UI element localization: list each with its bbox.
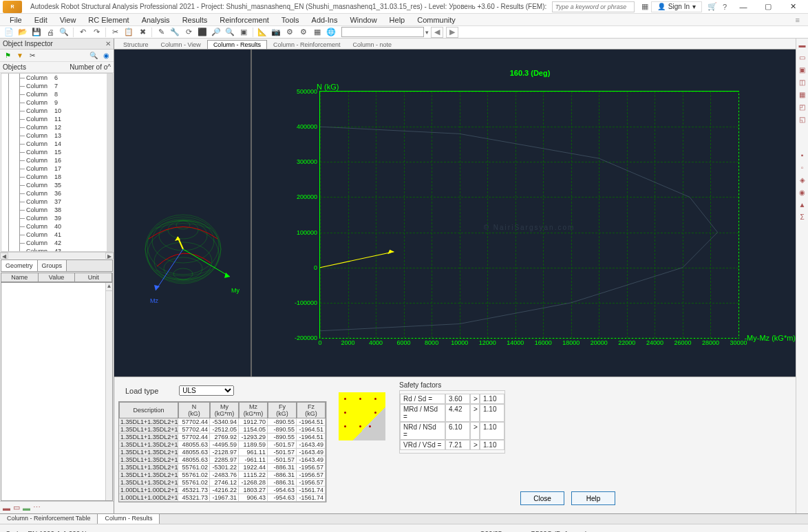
menu-file[interactable]: File (4, 15, 28, 25)
zoom-in-icon[interactable]: 🔎 (210, 27, 222, 38)
tab-structure[interactable]: Structure (117, 40, 155, 49)
interaction-chart[interactable]: 160.3 (Deg) N (kG) -My-Mz (kG*m) © Nairi… (252, 50, 808, 376)
object-tree[interactable]: Column 6Column 7Column 8Column 9Column 1… (1, 73, 113, 252)
menu-help[interactable]: Help (384, 15, 411, 25)
quick-search-input[interactable] (552, 1, 635, 12)
flag-icon[interactable]: ⚑ (3, 51, 12, 61)
rt-icon-9[interactable]: ▫ (798, 164, 807, 173)
redo-icon[interactable]: ↷ (90, 27, 103, 38)
tree-item-column[interactable]: Column 43 (1, 247, 112, 252)
nav-next-icon[interactable]: ▶ (446, 27, 458, 38)
rt-icon-11[interactable]: ◉ (798, 189, 807, 198)
table-row[interactable]: 1.35DL1+1.35DL2+1.35D55761.02-2483.76111… (119, 471, 326, 479)
rt-icon-2[interactable]: ▭ (798, 54, 807, 63)
zoom-fit-icon[interactable]: ▣ (237, 27, 250, 38)
tree-item-column[interactable]: Column 9 (1, 98, 112, 107)
tree-item-column[interactable]: Column 41 (1, 231, 112, 239)
section-outline-icon[interactable]: ▭ (13, 503, 20, 512)
section-red-icon[interactable]: ▬ (3, 504, 10, 512)
table-row[interactable]: 1.35DL1+1.35DL2+1.35D48055.632285.97-961… (119, 456, 326, 464)
scroll-left-icon[interactable]: ◀ (0, 253, 8, 259)
tree-item-column[interactable]: Column 42 (1, 239, 112, 247)
open-icon[interactable]: 📂 (17, 27, 29, 38)
filter-icon[interactable]: ▼ (15, 51, 25, 61)
table-row[interactable]: 1.35DL1+1.35DL2+1.35D48055.63-2128.97961… (119, 449, 326, 456)
menu-window[interactable]: Window (344, 15, 382, 25)
tab-groups[interactable]: Groups (38, 260, 67, 271)
table-row[interactable]: 1.35DL1+1.35DL2+1.35D55761.02-5301.22192… (119, 464, 326, 471)
nav-prev-icon[interactable]: ◀ (431, 27, 443, 38)
table-row[interactable]: 1.35DL1+1.35DL2+1.35D57702.44-5340.94191… (119, 418, 326, 426)
tree-item-column[interactable]: Column 36 (1, 189, 112, 198)
table-row[interactable]: 1.35DL1+1.35DL2+1.35D57702.442769.92-129… (119, 434, 326, 441)
menu-reinforcement[interactable]: Reinforcement (214, 15, 275, 25)
measure-icon[interactable]: 📐 (256, 27, 268, 38)
load-type-select[interactable]: ULS (179, 385, 234, 396)
table-row[interactable]: 1.00DL1+1.00DL2+1.00D45321.73-4216.22180… (119, 487, 326, 494)
menu-tools[interactable]: Tools (276, 15, 305, 25)
cut-icon[interactable]: ✂ (109, 27, 121, 38)
tree-item-column[interactable]: Column 37 (1, 198, 112, 206)
menu-overflow-icon[interactable]: ≡ (791, 16, 804, 24)
tree-item-column[interactable]: Column 40 (1, 222, 112, 231)
rt-icon-13[interactable]: Σ (798, 213, 807, 223)
copy-icon[interactable]: 📋 (123, 27, 135, 38)
footer-tab-reinforcement[interactable]: Column - Reinforcement Table (0, 514, 98, 524)
tree-item-column[interactable]: Column 35 (1, 181, 112, 189)
help-button[interactable]: Help (571, 491, 615, 505)
rt-icon-3[interactable]: ▣ (798, 66, 807, 76)
close-button[interactable]: ✕ (780, 0, 805, 14)
sign-in-button[interactable]: 👤 Sign In ▾ (651, 1, 702, 12)
section-dot-icon[interactable]: ⋯ (33, 503, 41, 512)
search2-icon[interactable]: 🔍 (89, 51, 98, 61)
tree-item-column[interactable]: Column 10 (1, 107, 112, 115)
tree-item-column[interactable]: Column 18 (1, 173, 112, 181)
edit-icon[interactable]: ✎ (155, 27, 167, 38)
save-icon[interactable]: 💾 (30, 27, 43, 38)
tree-item-column[interactable]: Column 8 (1, 90, 112, 98)
maximize-button[interactable]: ▢ (756, 0, 780, 14)
tree-item-column[interactable]: Column 38 (1, 206, 112, 214)
menu-edit[interactable]: Edit (29, 15, 53, 25)
selection-combo[interactable] (341, 27, 424, 37)
rt-icon-10[interactable]: ◈ (798, 176, 807, 186)
menu-analysis[interactable]: Analysis (136, 15, 176, 25)
wrench-icon[interactable]: 🔧 (169, 27, 181, 38)
tree-item-column[interactable]: Column 39 (1, 214, 112, 222)
panel-close-icon[interactable]: ✕ (105, 40, 111, 47)
tab-column-results[interactable]: Column - Results (207, 40, 267, 49)
rotate-icon[interactable]: ⟳ (182, 27, 195, 38)
viewport-3d[interactable]: My Mz (114, 50, 252, 376)
tab-column-reinforcement[interactable]: Column - Reinforcement (267, 40, 347, 49)
tree-item-column[interactable]: Column 6 (1, 74, 112, 82)
gear-icon[interactable]: ⚙ (297, 27, 310, 38)
rt-icon-1[interactable]: ▬ (798, 41, 807, 51)
tree-item-column[interactable]: Column 7 (1, 82, 112, 90)
rt-icon-4[interactable]: ◫ (798, 78, 807, 88)
apps-icon[interactable]: ▦ (640, 2, 650, 12)
screenshot-icon[interactable]: 📷 (270, 27, 282, 38)
table-row[interactable]: 1.00DL1+1.00DL2+1.00D45321.73-1967.31906… (119, 494, 326, 502)
results-table[interactable]: Description N(kG) My(kG*m) Mz(kG*m) Fy(k… (118, 401, 326, 502)
tree-item-column[interactable]: Column 15 (1, 148, 112, 156)
zoom-out-icon[interactable]: 🔍 (224, 27, 236, 38)
print-icon[interactable]: 🖨 (44, 27, 56, 38)
calc-icon[interactable]: ⚙ (284, 27, 296, 38)
properties-grid[interactable]: ▲ (1, 282, 113, 501)
menu-results[interactable]: Results (177, 15, 213, 25)
globe-icon[interactable]: 🌐 (325, 27, 337, 38)
del-icon[interactable]: ✖ (136, 27, 149, 38)
tab-column-note[interactable]: Column - note (346, 40, 398, 49)
menu-rc-element[interactable]: RC Element (83, 15, 134, 25)
menu-community[interactable]: Community (412, 15, 461, 25)
tab-column-view[interactable]: Column - View (155, 40, 207, 49)
table-row[interactable]: 1.35DL1+1.35DL2+1.35D48055.63-4495.59118… (119, 441, 326, 449)
tree-item-column[interactable]: Column 17 (1, 164, 112, 173)
section-green-icon[interactable]: ▬ (23, 504, 30, 512)
help-icon[interactable]: ? (720, 2, 730, 12)
close-button[interactable]: Close (520, 491, 564, 505)
tree-item-column[interactable]: Column 16 (1, 156, 112, 164)
tree-item-column[interactable]: Column 13 (1, 131, 112, 140)
table-scrollbar-v[interactable] (326, 401, 327, 502)
zoom-window-icon[interactable]: ⬛ (196, 27, 209, 38)
